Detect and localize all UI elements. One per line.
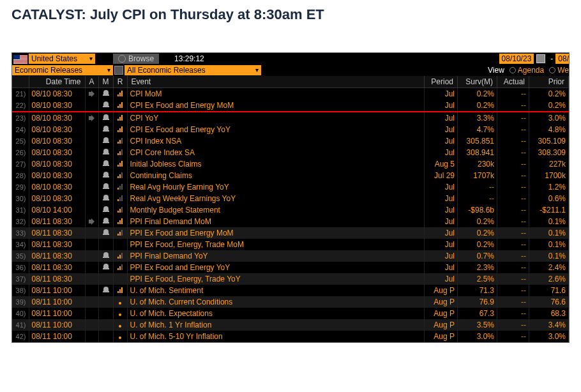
col-datetime[interactable]: Date Time bbox=[29, 76, 85, 88]
weekly-radio[interactable] bbox=[549, 67, 555, 73]
cell-alert[interactable] bbox=[98, 296, 113, 308]
cell-audio[interactable] bbox=[85, 112, 98, 124]
row-number: 27) bbox=[12, 158, 29, 170]
cell-audio[interactable] bbox=[85, 170, 98, 181]
cell-alert[interactable] bbox=[98, 250, 113, 262]
table-row[interactable]: 28)08/10 08:30Continuing ClaimsJul 29170… bbox=[12, 170, 569, 181]
col-prior[interactable]: Prior bbox=[529, 76, 569, 88]
cell-alert[interactable] bbox=[98, 204, 113, 216]
cell-event: PPI Ex Food, Energy, Trade YoY bbox=[127, 273, 424, 285]
cell-audio[interactable] bbox=[85, 308, 98, 319]
cell-alert[interactable] bbox=[98, 135, 113, 147]
table-row[interactable]: 36)08/11 08:30PPI Ex Food and Energy YoY… bbox=[12, 262, 569, 273]
cell-audio[interactable] bbox=[85, 204, 98, 216]
table-row[interactable]: 23)08/10 08:30CPI YoYJul3.3%--3.0% bbox=[12, 112, 569, 124]
col-a[interactable]: A bbox=[85, 76, 98, 88]
table-row[interactable]: 38)08/11 10:00U. of Mich. SentimentAug P… bbox=[12, 285, 569, 296]
table-row[interactable]: 32)08/11 08:30PPI Final Demand MoMJul0.2… bbox=[12, 216, 569, 227]
table-row[interactable]: 30)08/10 08:30Real Avg Weekly Earnings Y… bbox=[12, 193, 569, 204]
release-sub-dropdown[interactable]: All Economic Releases bbox=[124, 65, 261, 75]
clock: 13:29:12 bbox=[174, 54, 204, 64]
cell-alert[interactable] bbox=[98, 124, 113, 135]
col-surv[interactable]: Surv(M) bbox=[458, 76, 497, 88]
cell-audio[interactable] bbox=[85, 88, 98, 100]
cell-alert[interactable] bbox=[98, 170, 113, 181]
cell-datetime: 08/11 08:30 bbox=[29, 262, 85, 273]
cell-audio[interactable] bbox=[85, 296, 98, 308]
cell-prior: 0.1% bbox=[529, 227, 569, 239]
col-period[interactable]: Period bbox=[425, 76, 458, 88]
table-row[interactable]: 39)08/11 10:00U. of Mich. Current Condit… bbox=[12, 296, 569, 308]
cell-audio[interactable] bbox=[85, 135, 98, 147]
cell-alert[interactable] bbox=[98, 331, 113, 342]
cell-alert[interactable] bbox=[98, 193, 113, 204]
cell-datetime: 08/11 10:00 bbox=[29, 319, 85, 331]
cell-audio[interactable] bbox=[85, 331, 98, 342]
calendar-icon[interactable] bbox=[536, 54, 545, 63]
cell-audio[interactable] bbox=[85, 239, 98, 250]
cell-alert[interactable] bbox=[98, 88, 113, 100]
cell-alert[interactable] bbox=[98, 285, 113, 296]
cell-alert[interactable] bbox=[98, 100, 113, 112]
cell-alert[interactable] bbox=[98, 158, 113, 170]
table-row[interactable]: 21)08/10 08:30CPI MoMJul0.2%--0.2% bbox=[12, 88, 569, 100]
cell-alert[interactable] bbox=[98, 216, 113, 227]
table-row[interactable]: 24)08/10 08:30CPI Ex Food and Energy YoY… bbox=[12, 124, 569, 135]
table-row[interactable]: 40)08/11 10:00U. of Mich. ExpectationsAu… bbox=[12, 308, 569, 319]
date-to[interactable]: 08/ bbox=[555, 54, 569, 64]
col-m[interactable]: M bbox=[98, 76, 113, 88]
col-r[interactable]: R bbox=[113, 76, 127, 88]
cell-actual: -- bbox=[497, 88, 529, 100]
cell-alert[interactable] bbox=[98, 308, 113, 319]
cell-alert[interactable] bbox=[98, 227, 113, 239]
cell-alert[interactable] bbox=[98, 147, 113, 158]
release-group-square[interactable] bbox=[114, 66, 123, 75]
agenda-radio[interactable] bbox=[509, 67, 516, 73]
country-dropdown[interactable]: United States bbox=[29, 54, 95, 64]
top-bar: United States Browse 13:29:12 08/10/23 -… bbox=[12, 53, 569, 64]
table-row[interactable]: 25)08/10 08:30CPI Index NSAJul305.851--3… bbox=[12, 135, 569, 147]
table-row[interactable]: 42)08/11 10:00U. of Mich. 5-10 Yr Inflat… bbox=[12, 331, 569, 342]
col-actual[interactable]: Actual bbox=[497, 76, 529, 88]
table-row[interactable]: 29)08/10 08:30Real Avg Hourly Earning Yo… bbox=[12, 181, 569, 193]
col-event[interactable]: Event bbox=[127, 76, 424, 88]
table-row[interactable]: 41)08/11 10:00U. of Mich. 1 Yr Inflation… bbox=[12, 319, 569, 331]
cell-audio[interactable] bbox=[85, 181, 98, 193]
cell-audio[interactable] bbox=[85, 319, 98, 331]
cell-audio[interactable] bbox=[85, 216, 98, 227]
bell-icon bbox=[103, 206, 109, 213]
date-from[interactable]: 08/10/23 bbox=[499, 54, 534, 64]
cell-actual: -- bbox=[497, 181, 529, 193]
cell-alert[interactable] bbox=[98, 273, 113, 285]
cell-audio[interactable] bbox=[85, 193, 98, 204]
globe-icon bbox=[118, 55, 126, 63]
table-row[interactable]: 31)08/10 14:00Monthly Budget StatementJu… bbox=[12, 204, 569, 216]
cell-audio[interactable] bbox=[85, 250, 98, 262]
cell-alert[interactable] bbox=[98, 262, 113, 273]
cell-alert[interactable] bbox=[98, 239, 113, 250]
cell-alert[interactable] bbox=[98, 319, 113, 331]
table-row[interactable]: 34)08/11 08:30PPI Ex Food, Energy, Trade… bbox=[12, 239, 569, 250]
cell-audio[interactable] bbox=[85, 124, 98, 135]
cell-audio[interactable] bbox=[85, 227, 98, 239]
table-row[interactable]: 33)08/11 08:30PPI Ex Food and Energy MoM… bbox=[12, 227, 569, 239]
browse-button[interactable]: Browse bbox=[113, 54, 159, 64]
cell-period: Aug P bbox=[425, 285, 458, 296]
cell-alert[interactable] bbox=[98, 112, 113, 124]
cell-audio[interactable] bbox=[85, 100, 98, 112]
cell-actual: -- bbox=[497, 135, 529, 147]
table-row[interactable]: 37)08/11 08:30PPI Ex Food, Energy, Trade… bbox=[12, 273, 569, 285]
table-row[interactable]: 22)08/10 08:30CPI Ex Food and Energy MoM… bbox=[12, 100, 569, 112]
table-row[interactable]: 35)08/11 08:30PPI Final Demand YoYJul0.7… bbox=[12, 250, 569, 262]
cell-audio[interactable] bbox=[85, 262, 98, 273]
cell-alert[interactable] bbox=[98, 181, 113, 193]
table-row[interactable]: 26)08/10 08:30CPI Core Index SAJul308.94… bbox=[12, 147, 569, 158]
cell-survey: 0.2% bbox=[458, 216, 497, 227]
cell-audio[interactable] bbox=[85, 147, 98, 158]
release-group-dropdown[interactable]: Economic Releases bbox=[12, 65, 113, 75]
cell-audio[interactable] bbox=[85, 158, 98, 170]
table-row[interactable]: 27)08/10 08:30Initial Jobless ClaimsAug … bbox=[12, 158, 569, 170]
cell-actual: -- bbox=[497, 216, 529, 227]
cell-audio[interactable] bbox=[85, 273, 98, 285]
cell-audio[interactable] bbox=[85, 285, 98, 296]
